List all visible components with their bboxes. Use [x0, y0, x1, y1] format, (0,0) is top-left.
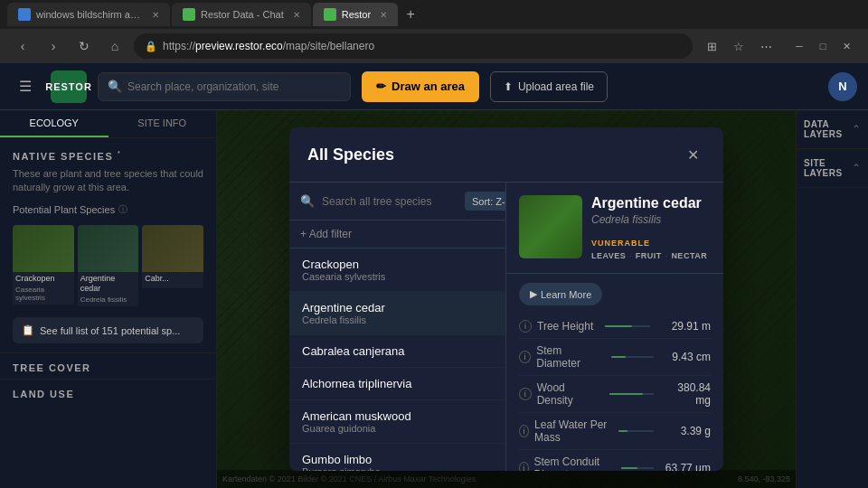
species-card-img-crackopen: [13, 225, 74, 272]
species-info: Argentine cedar Cedrela fissilis VUNERAB…: [591, 195, 711, 260]
user-avatar[interactable]: N: [828, 72, 857, 101]
back-button[interactable]: ‹: [11, 34, 34, 58]
tab-close-bildschirm[interactable]: ✕: [152, 10, 159, 20]
info-icon: ⓘ: [118, 203, 127, 216]
species-list-item-cedar[interactable]: Argentine cedar Cedrela fissilis: [289, 292, 505, 335]
species-name-muskwood: American muskwood: [302, 409, 411, 423]
tab-close-restor[interactable]: ✕: [380, 10, 387, 20]
stat-bar-fill-wood-density: [609, 393, 643, 395]
search-bar[interactable]: 🔍: [98, 72, 351, 101]
upload-icon: ⬆: [504, 80, 513, 93]
sort-button[interactable]: Sort: Z-A ▾: [465, 192, 506, 211]
stat-name-wood-density: Wood Density: [537, 381, 602, 407]
upload-area-button[interactable]: ⬆ Upload area file: [490, 71, 608, 102]
species-card-crackopen[interactable]: Crackopen Casearia sylvestris: [13, 225, 74, 306]
site-layers-button[interactable]: SITE LAYERS ⌃: [797, 149, 868, 188]
add-filter-button[interactable]: + Add filter: [300, 228, 495, 240]
list-icon: 📋: [22, 324, 34, 336]
species-grid: Crackopen Casearia sylvestris Argentine …: [0, 225, 216, 314]
species-name-cabralea: Cabralea canjerana: [302, 344, 404, 358]
url-bar[interactable]: 🔒 https://preview.restor.eco/map/site/be…: [134, 33, 693, 59]
land-use-section: LAND USE: [0, 379, 216, 405]
stat-name-stem-diameter: Stem Diameter: [536, 344, 604, 370]
species-sci-gumbo: Bursera simaruba: [302, 466, 381, 471]
maximize-button[interactable]: □: [812, 35, 834, 57]
stat-row-leaf-water: i Leaf Water Per Mass 3.39 g: [519, 413, 711, 450]
tab-favicon-restor-chat: [183, 8, 195, 21]
forward-button[interactable]: ›: [42, 34, 65, 58]
toolbar: ☰ RESTOR 🔍 ✏ Draw an area ⬆ Upload area …: [0, 63, 868, 110]
stat-bar-stem-conduit: [621, 467, 654, 469]
tab-favicon-restor: [324, 8, 336, 21]
app: ☰ RESTOR 🔍 ✏ Draw an area ⬆ Upload area …: [0, 63, 868, 488]
species-list-item-crackopen[interactable]: Crackopen Casearia sylvestris: [289, 249, 505, 292]
species-name-crackopen: Crackopen: [302, 258, 385, 271]
stat-bar-fill-tree-height: [605, 325, 632, 327]
search-input[interactable]: [127, 80, 341, 93]
species-card-cedar[interactable]: Argentine cedar Cedrela fissilis: [78, 225, 139, 306]
search-icon: 🔍: [108, 80, 122, 93]
species-list-item-gumbo[interactable]: Gumbo limbo Bursera simaruba: [289, 444, 505, 471]
stat-value-stem-diameter: 9.43 cm: [661, 351, 711, 363]
tab-bildschirm[interactable]: windows bildschirm aufzeichni... ✕: [7, 3, 170, 26]
filter-bar: + Add filter: [289, 221, 505, 249]
species-list-item-muskwood[interactable]: American muskwood Guarea guidonia: [289, 400, 505, 444]
sort-label: Sort: Z-A: [472, 196, 506, 207]
species-sci-muskwood: Guarea guidonia: [302, 423, 411, 434]
tab-close-restor-chat[interactable]: ✕: [293, 10, 300, 20]
home-button[interactable]: ⌂: [103, 34, 127, 58]
species-card-name-cabr: Cabr...: [142, 272, 203, 286]
modal-body: 🔍 Sort: Z-A ▾ + Add filter: [289, 183, 723, 471]
reload-button[interactable]: ↻: [72, 34, 96, 58]
bookmark-button[interactable]: ☆: [727, 34, 750, 58]
map-area[interactable]: Kartendaten © 2021 Bilder © 2021 CNES / …: [217, 110, 796, 488]
species-common-name: Argentine cedar: [591, 195, 711, 211]
data-layers-button[interactable]: DATA LAYERS ⌃: [797, 110, 868, 149]
species-list: Crackopen Casearia sylvestris Argentine …: [289, 249, 505, 471]
modal-header: All Species ✕: [289, 127, 723, 183]
pencil-icon: ✏: [376, 80, 386, 93]
species-name-alchornea: Alchornea triplinervia: [302, 377, 411, 390]
species-card-name-crackopen: Crackopen: [13, 272, 74, 286]
url-text: https://preview.restor.eco/map/site/bell…: [163, 40, 374, 52]
species-detail-header: Argentine cedar Cedrela fissilis VUNERAB…: [506, 183, 723, 274]
tree-cover-title: TREE COVER: [13, 362, 203, 373]
tree-cover-section: TREE COVER: [0, 352, 216, 379]
modal-species-list-panel: 🔍 Sort: Z-A ▾ + Add filter: [289, 183, 506, 471]
species-name-cedar: Argentine cedar: [302, 301, 385, 314]
new-tab-button[interactable]: +: [400, 4, 421, 25]
species-tags: LEAVES · FRUIT · NECTAR: [591, 251, 711, 260]
stat-bar-fill-leaf-water: [618, 430, 627, 432]
tab-restor-chat[interactable]: Restor Data - Chat ✕: [172, 3, 311, 26]
draw-area-label: Draw an area: [392, 80, 465, 93]
stat-value-tree-height: 29.91 m: [661, 320, 711, 333]
species-name-gumbo: Gumbo limbo: [302, 453, 381, 466]
stat-label-stem-conduit: i Stem Conduit Diameter: [519, 455, 614, 471]
species-list-item-alchornea[interactable]: Alchornea triplinervia: [289, 368, 505, 400]
draw-area-button[interactable]: ✏ Draw an area: [362, 71, 479, 102]
minimize-button[interactable]: ─: [788, 35, 810, 57]
stat-bar-wood-density: [609, 393, 654, 395]
sidebar-nav-site-info[interactable]: SITE INFO: [108, 110, 217, 137]
species-list-item-cabralea[interactable]: Cabralea canjerana: [289, 335, 505, 368]
tag-leaves: LEAVES: [591, 251, 626, 260]
tab-favicon-bildschirm: [18, 8, 31, 21]
species-sci-cedar: Cedrela fissilis: [302, 314, 385, 325]
extensions-button[interactable]: ⊞: [700, 34, 723, 58]
tab-restor[interactable]: Restor ✕: [313, 3, 398, 26]
sidebar-nav: ECOLOGY SITE INFO: [0, 110, 216, 138]
address-bar: ‹ › ↻ ⌂ 🔒 https://preview.restor.eco/map…: [0, 29, 868, 63]
info-icon-stem-conduit: i: [519, 462, 529, 471]
menu-icon[interactable]: ☰: [11, 72, 40, 101]
modal-close-button[interactable]: ✕: [680, 142, 705, 167]
learn-more-button[interactable]: ▶ Learn More: [519, 283, 602, 305]
see-full-list-button[interactable]: 📋 See full list of 151 potential sp...: [13, 317, 203, 343]
info-icon-wood-density: i: [519, 388, 532, 400]
menu-button[interactable]: ⋯: [754, 34, 778, 58]
sidebar-nav-ecology[interactable]: ECOLOGY: [0, 110, 108, 137]
tag-nectar: NECTAR: [671, 251, 707, 260]
species-search-input[interactable]: [322, 195, 458, 208]
species-card-cabr[interactable]: Cabr...: [142, 225, 203, 306]
upload-area-label: Upload area file: [518, 80, 594, 93]
close-button[interactable]: ✕: [835, 35, 857, 57]
